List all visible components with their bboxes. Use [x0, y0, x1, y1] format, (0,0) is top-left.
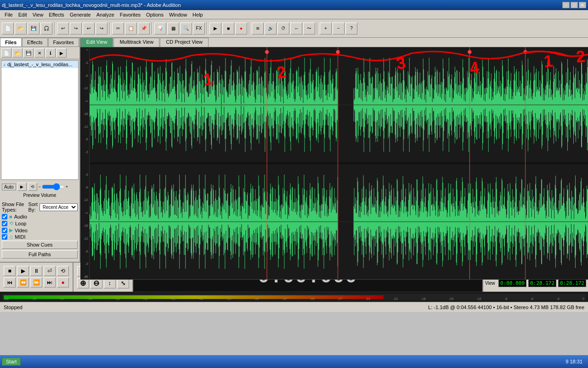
- status-bar: Stopped L: -1.1dB @ 0:04.556 44100 • 16-…: [0, 302, 588, 312]
- waveform-canvas[interactable]: // Will be drawn with inline SVG paths b…: [90, 47, 588, 279]
- preview-section: Auto ▶ ⟲ − + Preview Volume: [0, 181, 79, 200]
- toolbar-device[interactable]: 🎧: [40, 23, 52, 34]
- files-save-btn[interactable]: 💾: [23, 48, 34, 58]
- toolbar-cut[interactable]: ✂: [112, 23, 124, 34]
- toolbar-redo[interactable]: ↪: [70, 23, 82, 34]
- midi-icon: ♫: [9, 234, 13, 240]
- tab-edit-view[interactable]: Edit View: [80, 38, 113, 47]
- clock: 9 18:31: [562, 359, 586, 364]
- level-meter-bar: -dB -60 -57 -54 -51 -48 -45 -42 -39 -36 …: [2, 294, 586, 300]
- bottom-time-ruler: hms 1.0 2.0 3.0 4.0 5.0 6.0 7.0 8.0 9.0 …: [80, 279, 588, 280]
- tab-cd-project-view[interactable]: CD Project View: [160, 38, 209, 47]
- toolbar-undo[interactable]: ↩: [57, 23, 69, 34]
- maximize-button[interactable]: □: [571, 2, 578, 8]
- toolbar-help[interactable]: ?: [345, 23, 357, 34]
- rwd-button[interactable]: ⏪: [17, 277, 29, 288]
- waveform-main[interactable]: + -3 -6 -12 -∞ -18 -12 -6 -3 -3 -6 -12 -…: [80, 47, 588, 279]
- toolbar-undo2[interactable]: ↩: [83, 23, 95, 34]
- prev-button[interactable]: ⏮: [4, 277, 16, 288]
- toolbar-vol[interactable]: 🔊: [265, 23, 277, 34]
- menu-options[interactable]: Options: [143, 12, 166, 18]
- file-list[interactable]: ♪ dj_lastest_-_v_lesu_rodilas...: [1, 60, 79, 180]
- toolbar-fft[interactable]: 📊: [154, 23, 166, 34]
- menu-edit[interactable]: Edit: [16, 12, 30, 18]
- toolbar-rec[interactable]: ●: [235, 23, 247, 34]
- menu-generate[interactable]: Generate: [67, 12, 94, 18]
- toolbar-new[interactable]: 📄: [2, 23, 14, 34]
- auto-button[interactable]: Auto: [2, 184, 16, 190]
- toolbar-zoom-in[interactable]: +: [320, 23, 332, 34]
- files-open-btn[interactable]: 📂: [12, 48, 23, 58]
- menu-view[interactable]: View: [30, 12, 46, 18]
- toolbar-play[interactable]: ▶: [209, 23, 221, 34]
- tab-favorites[interactable]: Favorites: [48, 38, 79, 46]
- checkbox-video[interactable]: [2, 228, 7, 233]
- start-button[interactable]: Start: [2, 357, 21, 366]
- loop-label: Loop: [15, 221, 26, 226]
- toolbar-copy[interactable]: 📋: [125, 23, 137, 34]
- files-play-btn[interactable]: ▶: [57, 48, 67, 58]
- play-button[interactable]: ▶: [17, 266, 29, 276]
- files-new-btn[interactable]: 📄: [1, 48, 11, 58]
- toolbar-zoom-out[interactable]: −: [333, 23, 345, 34]
- minimize-button[interactable]: −: [562, 2, 570, 8]
- toolbar-stop[interactable]: ■: [222, 23, 234, 34]
- fwd-button[interactable]: ⏩: [30, 277, 42, 288]
- files-close-btn[interactable]: ✕: [34, 48, 45, 58]
- checkbox-loop[interactable]: [2, 221, 7, 226]
- toolbar-paste[interactable]: 📌: [138, 23, 150, 34]
- toolbar-mix[interactable]: ≋: [252, 23, 264, 34]
- close-button[interactable]: ✕: [579, 2, 586, 8]
- menu-favorites[interactable]: Favorites: [117, 12, 143, 18]
- waveform-canvas-element[interactable]: [90, 47, 588, 279]
- menu-effects[interactable]: Effects: [46, 12, 67, 18]
- tab-effects[interactable]: Effects: [22, 38, 47, 46]
- menu-analyze[interactable]: Analyze: [94, 12, 117, 18]
- level-meter: -dB -60 -57 -54 -51 -48 -45 -42 -39 -36 …: [0, 292, 588, 302]
- checkbox-audio[interactable]: [2, 214, 7, 219]
- preview-play-btn[interactable]: ▶: [17, 183, 27, 191]
- files-info-btn[interactable]: ℹ: [45, 48, 56, 58]
- show-file-types-label: Show File Types:: [2, 201, 28, 213]
- file-item[interactable]: ♪ dj_lastest_-_v_lesu_rodilas...: [1, 61, 78, 68]
- video-label: Video: [15, 228, 28, 233]
- toolbar-redo2[interactable]: ↪: [96, 23, 107, 34]
- view-end-value: 0:28.172: [528, 279, 556, 287]
- taskbar: Start 9 18:31: [0, 355, 588, 368]
- toolbar-pan[interactable]: ↔: [290, 23, 302, 34]
- loop-button[interactable]: ⟲: [57, 266, 69, 276]
- next-button[interactable]: ⏭: [44, 277, 56, 288]
- return-button[interactable]: ⏎: [44, 266, 56, 276]
- tab-multitrack-view[interactable]: Multitrack View: [113, 38, 159, 47]
- full-paths-button[interactable]: Full Paths: [2, 250, 78, 259]
- volume-slider[interactable]: [42, 184, 65, 190]
- toolbar-sep6: [317, 23, 318, 34]
- menu-help[interactable]: Help: [190, 12, 206, 18]
- checkbox-midi[interactable]: [2, 234, 7, 240]
- audio-icon: ■: [9, 214, 12, 219]
- toolbar-save[interactable]: 💾: [28, 23, 40, 34]
- menu-file[interactable]: File: [2, 12, 16, 18]
- toolbar-open[interactable]: 📂: [15, 23, 27, 34]
- view-row: View 0:00.000 0:28.172 0:28.172: [485, 279, 586, 287]
- app-title: dj_lastest_-_v_lesu_rodilas_lochka_novog…: [2, 2, 181, 8]
- sort-dropdown[interactable]: Recent Acce: [40, 203, 78, 211]
- toolbar-env[interactable]: 〜: [303, 23, 315, 34]
- record-button[interactable]: ●: [57, 277, 69, 288]
- vol-min: −: [39, 184, 41, 189]
- tab-files[interactable]: Files: [0, 38, 22, 46]
- pause-button[interactable]: ⏸: [30, 266, 42, 276]
- toolbar: 📄 📂 💾 🎧 ↩ ↪ ↩ ↪ ✂ 📋 📌 📊 ▦ 🔍 FX ▶ ■ ● ≋ 🔊…: [0, 19, 588, 38]
- stop-button[interactable]: ■: [4, 266, 16, 276]
- toolbar-fx[interactable]: FX: [193, 23, 205, 34]
- toolbar-select[interactable]: ▦: [167, 23, 179, 34]
- menu-window[interactable]: Window: [166, 12, 190, 18]
- toolbar-zoom[interactable]: 🔍: [180, 23, 192, 34]
- toolbar-time[interactable]: ⏱: [277, 23, 289, 34]
- preview-loop-btn[interactable]: ⟲: [28, 183, 37, 191]
- sort-label: Sort By:: [28, 201, 38, 213]
- toolbar-sep4: [207, 23, 208, 34]
- show-cues-button[interactable]: Show Cues: [2, 241, 78, 249]
- panel-tabs: Files Effects Favorites: [0, 38, 79, 47]
- status-info: L: -1.1dB @ 0:04.556 44100 • 16-bit • St…: [428, 305, 584, 310]
